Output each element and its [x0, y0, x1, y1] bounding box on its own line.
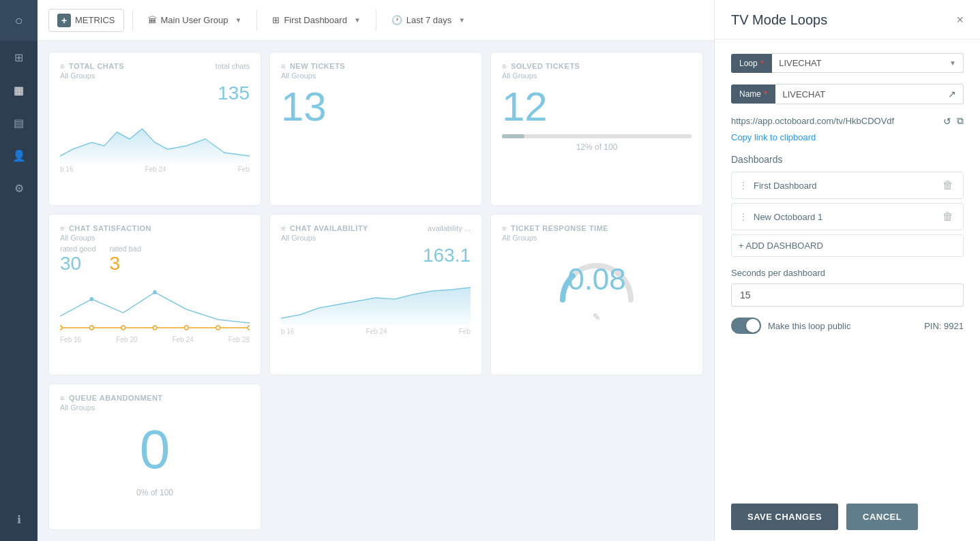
availability-chart	[281, 270, 471, 325]
x-labels: b 16 Feb 24 Feb	[281, 328, 471, 335]
save-changes-button[interactable]: SAVE CHANGES	[731, 504, 838, 530]
right-panel: TV Mode Loops × Loop * LIVECHAT ▼ Name *…	[714, 0, 980, 541]
queue-icon: ≡	[60, 394, 65, 402]
public-loop-toggle[interactable]	[731, 318, 761, 334]
dashboard-icon: ▦	[14, 84, 24, 97]
copy-link-button[interactable]: Copy link to clipboard	[731, 132, 816, 142]
loop-select-arrow: ▼	[949, 59, 956, 67]
dashboard-grid-icon: ⊞	[272, 15, 280, 25]
satisfaction-chart	[60, 279, 250, 333]
svg-point-3	[60, 326, 62, 330]
name-link-icon[interactable]: ↗	[948, 89, 956, 99]
loop-select[interactable]: LIVECHAT ▼	[772, 53, 964, 73]
chart-area	[60, 108, 250, 163]
clock-icon: 🕐	[391, 15, 402, 25]
sub-numbers: rated good 30 rated bad 3	[60, 245, 250, 275]
drag-handle-icon[interactable]: ⋮	[739, 211, 748, 222]
widget-subtitle: All Groups	[60, 234, 250, 242]
widget-title: ≡ CHAT SATISFACTION	[60, 224, 250, 232]
gauge-area: 0.08	[502, 242, 692, 310]
home-icon: ⊞	[14, 51, 23, 64]
pin-text: PIN: 9921	[924, 321, 964, 331]
url-external-link-icon[interactable]: ⧉	[957, 115, 964, 127]
name-select[interactable]: LIVECHAT ↗	[775, 84, 964, 104]
sidebar: ○ ⊞ ▦ ▤ 👤 ⚙ ℹ	[0, 0, 38, 541]
dashboard-selector[interactable]: ⊞ First Dashboard ▼	[265, 11, 367, 29]
toggle-row: Make this loop public PIN: 9921	[731, 318, 964, 334]
panel-title: TV Mode Loops	[731, 12, 827, 28]
loop-tag-label: Loop	[739, 59, 758, 68]
add-dashboard-row[interactable]: + ADD DASHBOARD	[731, 234, 964, 257]
name-tag: Name *	[731, 84, 775, 104]
panel-footer: SAVE CHANGES CANCEL	[715, 493, 980, 541]
loop-field-row: Loop * LIVECHAT ▼	[731, 53, 964, 73]
url-section: https://app.octoboard.com/tv/HkbCDOVdf ↺…	[731, 115, 964, 143]
widget-title: ≡ QUEUE ABANDONMENT	[60, 394, 250, 402]
sidebar-item-users[interactable]: 👤	[0, 139, 38, 172]
metrics-label: METRICS	[75, 15, 115, 25]
widget-value: 135	[218, 82, 250, 104]
sidebar-item-tools[interactable]: ⚙	[0, 172, 38, 204]
add-metrics-button[interactable]: + METRICS	[48, 9, 124, 32]
group-label: Main User Group	[161, 15, 228, 25]
widget-chat-satisfaction: ≡ CHAT SATISFACTION All Groups rated goo…	[48, 214, 261, 376]
svg-point-8	[216, 326, 220, 330]
delete-dashboard-2-button[interactable]: 🗑	[940, 209, 956, 224]
sidebar-logo: ○	[0, 0, 38, 41]
user-group-selector[interactable]: 🏛 Main User Group ▼	[141, 11, 249, 29]
svg-point-6	[153, 326, 157, 330]
widget-subtitle: All Groups	[502, 72, 692, 80]
rated-good-value: 30	[60, 253, 96, 275]
time-selector[interactable]: 🕐 Last 7 days ▼	[385, 11, 472, 29]
panel-close-button[interactable]: ×	[956, 13, 964, 27]
loop-tag: Loop *	[731, 54, 772, 73]
svg-point-7	[185, 326, 189, 330]
chart-area	[281, 270, 471, 325]
gauge-edit-icon[interactable]: ✎	[593, 311, 601, 322]
widget-subtitle: All Groups	[281, 234, 471, 242]
svg-point-9	[248, 326, 250, 330]
time-chevron-icon: ▼	[458, 16, 465, 24]
rated-bad-label: rated bad	[110, 245, 141, 253]
name-select-value: LIVECHAT	[782, 89, 825, 99]
cancel-button[interactable]: CANCEL	[846, 504, 918, 530]
loop-asterisk: *	[760, 58, 764, 69]
sidebar-item-info[interactable]: ℹ	[0, 503, 38, 536]
header-separator	[132, 10, 133, 31]
toggle-text: Make this loop public	[768, 321, 850, 331]
tools-icon: ⚙	[14, 182, 24, 195]
widget-title: ≡ NEW TICKETS	[281, 62, 471, 70]
rated-bad-value: 3	[110, 253, 141, 275]
url-text: https://app.octoboard.com/tv/HkbCDOVdf	[731, 116, 938, 126]
svg-point-1	[90, 297, 94, 301]
widget-value: 0	[60, 418, 250, 481]
delete-dashboard-1-button[interactable]: 🗑	[940, 178, 956, 193]
percent-text: 0% of 100	[60, 488, 250, 497]
panel-body: Loop * LIVECHAT ▼ Name * LIVECHAT ↗ http…	[715, 40, 980, 493]
chat-icon: ≡	[60, 62, 65, 70]
svg-marker-0	[60, 129, 250, 163]
name-asterisk: *	[764, 89, 767, 99]
dashboard-item-1: ⋮ First Dashboard 🗑	[731, 172, 964, 199]
ticket-icon: ≡	[281, 62, 286, 70]
widget-total-chats: ≡ TOTAL CHATS All Groups total chats 135	[48, 52, 261, 206]
dashboard-grid: ≡ TOTAL CHATS All Groups total chats 135	[38, 41, 714, 541]
name-field-row: Name * LIVECHAT ↗	[731, 84, 964, 104]
sidebar-item-home[interactable]: ⊞	[0, 41, 38, 74]
info-icon: ℹ	[17, 513, 21, 526]
x-labels: b 16 Feb 24 Feb	[60, 166, 250, 173]
user-icon: 👤	[12, 149, 26, 162]
url-refresh-icon[interactable]: ↺	[943, 116, 951, 127]
seconds-input[interactable]	[731, 283, 964, 307]
percent-text: 12% of 100	[502, 142, 692, 152]
dashboards-section-title: Dashboards	[731, 154, 964, 165]
svg-point-5	[121, 326, 125, 330]
logo-icon: ○	[14, 13, 23, 29]
sidebar-item-reports[interactable]: ▤	[0, 106, 38, 139]
drag-handle-icon[interactable]: ⋮	[739, 180, 748, 191]
name-tag-label: Name	[739, 89, 761, 99]
sidebar-item-dashboard[interactable]: ▦	[0, 74, 38, 106]
dashboard-item-name: New Octoboard 1	[754, 212, 940, 222]
widget-title: ≡ SOLVED TICKETS	[502, 62, 692, 70]
group-icon: 🏛	[148, 15, 157, 25]
